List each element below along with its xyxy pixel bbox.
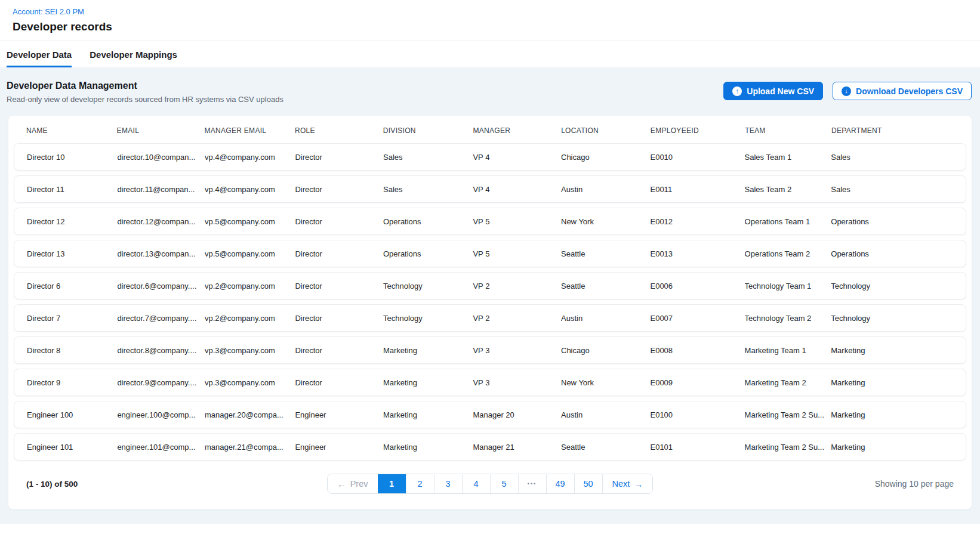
prev-button[interactable]: ← Prev bbox=[328, 474, 378, 493]
page-button-50[interactable]: 50 bbox=[574, 474, 602, 493]
table-cell: Technology bbox=[383, 282, 469, 291]
download-icon: ↓ bbox=[842, 86, 851, 96]
column-header: TEAM bbox=[745, 126, 828, 135]
table-cell: Director 11 bbox=[27, 185, 113, 194]
table-cell: Marketing Team 2 Su... bbox=[745, 443, 828, 452]
next-label: Next bbox=[612, 479, 630, 489]
table-cell: vp.4@company.com bbox=[205, 185, 291, 194]
table-cell: VP 3 bbox=[473, 378, 557, 387]
section-subtitle: Read-only view of developer records sour… bbox=[7, 95, 283, 104]
table-cell: vp.3@company.com bbox=[205, 346, 291, 355]
table-cell: Engineer bbox=[295, 410, 380, 419]
table-cell: Seattle bbox=[561, 249, 646, 258]
table-cell: Marketing bbox=[383, 378, 469, 387]
table-cell: Austin bbox=[561, 314, 646, 323]
table-cell: vp.2@company.com bbox=[205, 282, 291, 291]
table-cell: Director bbox=[295, 346, 380, 355]
table-cell: E0007 bbox=[650, 314, 741, 323]
table-cell: vp.2@company.com bbox=[205, 314, 291, 323]
table-cell: Technology Team 1 bbox=[745, 282, 828, 291]
table-cell: Marketing bbox=[831, 443, 953, 452]
tab-bar: Developer Data Developer Mappings bbox=[0, 41, 980, 67]
table-cell: director.7@company.... bbox=[117, 314, 201, 323]
table-cell: VP 5 bbox=[473, 217, 557, 226]
table-cell: Operations bbox=[831, 249, 953, 258]
table-cell: Director bbox=[295, 249, 380, 258]
table-cell: Seattle bbox=[561, 282, 646, 291]
download-csv-button[interactable]: ↓ Download Developers CSV bbox=[833, 82, 972, 100]
table-cell: Director 12 bbox=[27, 217, 113, 226]
table-cell: director.10@compan... bbox=[117, 153, 201, 162]
table-row: Director 7director.7@company....vp.2@com… bbox=[14, 304, 966, 332]
table-cell: E0100 bbox=[650, 410, 741, 419]
table-cell: Director bbox=[295, 217, 380, 226]
table-cell: Director 13 bbox=[27, 249, 113, 258]
table-cell: VP 4 bbox=[473, 185, 557, 194]
table-cell: VP 2 bbox=[473, 314, 557, 323]
table-cell: Marketing bbox=[383, 346, 469, 355]
table-cell: Marketing Team 2 Su... bbox=[745, 410, 828, 419]
table-cell: VP 4 bbox=[473, 153, 557, 162]
account-link[interactable]: Account: SEI 2.0 PM bbox=[13, 7, 84, 16]
table-cell: manager.20@compa... bbox=[205, 410, 291, 419]
per-page-text: Showing 10 per page bbox=[653, 479, 954, 489]
download-csv-label: Download Developers CSV bbox=[856, 86, 963, 96]
table-cell: Director 8 bbox=[27, 346, 113, 355]
column-header: EMPLOYEEID bbox=[651, 126, 741, 135]
table-cell: VP 5 bbox=[473, 249, 557, 258]
table-cell: director.13@compan... bbox=[117, 249, 201, 258]
page-button-3[interactable]: 3 bbox=[434, 474, 462, 493]
table-cell: Director bbox=[295, 378, 380, 387]
table-cell: Sales bbox=[383, 185, 469, 194]
table-cell: Sales bbox=[831, 153, 953, 162]
developer-table-card: NAMEEMAILMANAGER EMAILROLEDIVISIONMANAGE… bbox=[8, 116, 972, 509]
table-cell: Manager 21 bbox=[473, 443, 557, 452]
table-cell: Operations bbox=[383, 249, 469, 258]
upload-csv-button[interactable]: ↑ Upload New CSV bbox=[723, 82, 823, 100]
table-cell: Operations Team 1 bbox=[745, 217, 828, 226]
table-cell: director.6@company.... bbox=[117, 282, 201, 291]
section-header: Developer Data Management Read-only view… bbox=[0, 81, 980, 104]
table-cell: VP 3 bbox=[473, 346, 557, 355]
section-actions: ↑ Upload New CSV ↓ Download Developers C… bbox=[723, 81, 972, 100]
column-header: MANAGER bbox=[473, 126, 557, 135]
table-cell: Engineer bbox=[295, 443, 380, 452]
upload-icon: ↑ bbox=[732, 86, 742, 96]
table-cell: Manager 20 bbox=[473, 410, 557, 419]
table-cell: Director bbox=[295, 314, 380, 323]
page-button-49[interactable]: 49 bbox=[546, 474, 574, 493]
table-cell: director.8@company.... bbox=[117, 346, 201, 355]
table-cell: E0011 bbox=[650, 185, 741, 194]
table-cell: E0101 bbox=[650, 443, 741, 452]
table-cell: Director 9 bbox=[27, 378, 113, 387]
tab-developer-mappings[interactable]: Developer Mappings bbox=[90, 42, 177, 67]
table-cell: Director 10 bbox=[27, 153, 113, 162]
table-cell: Director bbox=[295, 185, 380, 194]
column-header: EMAIL bbox=[117, 126, 201, 135]
pagination-ellipsis: ••• bbox=[518, 474, 546, 493]
page-button-1[interactable]: 1 bbox=[378, 474, 406, 493]
pagination-range: (1 - 10) of 500 bbox=[26, 480, 327, 489]
table-cell: engineer.100@comp... bbox=[117, 410, 201, 419]
table-cell: engineer.101@comp... bbox=[117, 443, 201, 452]
table-cell: vp.5@company.com bbox=[205, 249, 291, 258]
table-cell: Technology bbox=[831, 282, 953, 291]
developer-data-section: Developer Data Management Read-only view… bbox=[0, 67, 980, 524]
table-cell: Director 7 bbox=[27, 314, 113, 323]
page-button-4[interactable]: 4 bbox=[462, 474, 490, 493]
table-cell: Director bbox=[295, 153, 380, 162]
column-header: DEPARTMENT bbox=[831, 126, 954, 135]
column-header: MANAGER EMAIL bbox=[204, 126, 291, 135]
table-cell: Marketing bbox=[831, 410, 953, 419]
table-row: Director 9director.9@company....vp.3@com… bbox=[14, 369, 966, 396]
page-button-5[interactable]: 5 bbox=[490, 474, 518, 493]
tab-developer-data[interactable]: Developer Data bbox=[7, 42, 72, 67]
table-cell: vp.5@company.com bbox=[205, 217, 291, 226]
table-cell: Austin bbox=[561, 185, 646, 194]
next-button[interactable]: Next → bbox=[602, 474, 653, 493]
table-body: Director 10director.10@compan...vp.4@com… bbox=[14, 143, 966, 466]
page-button-2[interactable]: 2 bbox=[406, 474, 434, 493]
table-row: Director 8director.8@company....vp.3@com… bbox=[14, 336, 966, 364]
upload-csv-label: Upload New CSV bbox=[747, 86, 814, 96]
table-cell: Marketing bbox=[831, 378, 953, 387]
